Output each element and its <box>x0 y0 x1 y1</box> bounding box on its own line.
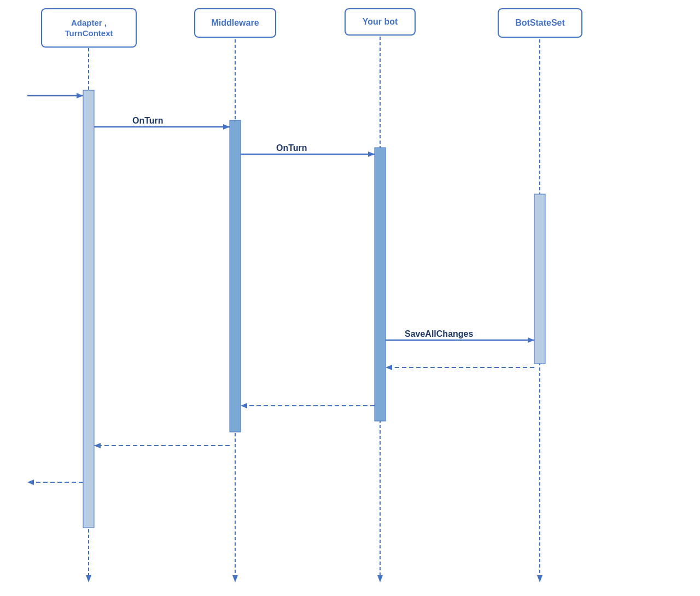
svg-marker-23 <box>241 403 247 408</box>
svg-marker-6 <box>377 575 383 582</box>
svg-marker-19 <box>528 337 534 343</box>
participant-middleware: Middleware <box>194 8 276 38</box>
svg-marker-15 <box>223 124 230 130</box>
svg-marker-4 <box>86 575 91 582</box>
svg-rect-11 <box>534 194 545 364</box>
svg-rect-8 <box>83 90 94 528</box>
saveallchanges-label: SaveAllChanges <box>405 329 473 339</box>
svg-marker-13 <box>77 93 83 98</box>
participant-yourbot: Your bot <box>345 8 416 36</box>
participant-botstateset: BotStateSet <box>498 8 582 38</box>
onturn2-label: OnTurn <box>276 143 307 153</box>
onturn1-label: OnTurn <box>132 116 164 126</box>
svg-marker-5 <box>232 575 238 582</box>
participant-adapter: Adapter , TurnContext <box>41 8 137 48</box>
svg-marker-17 <box>368 151 375 157</box>
svg-rect-10 <box>375 148 386 421</box>
svg-marker-25 <box>94 443 101 448</box>
svg-marker-21 <box>386 365 392 370</box>
svg-marker-7 <box>537 575 542 582</box>
sequence-diagram: Adapter , TurnContext Middleware Your bo… <box>0 0 700 596</box>
svg-rect-9 <box>230 120 241 432</box>
arrows-svg <box>0 0 700 596</box>
svg-marker-27 <box>27 480 34 485</box>
